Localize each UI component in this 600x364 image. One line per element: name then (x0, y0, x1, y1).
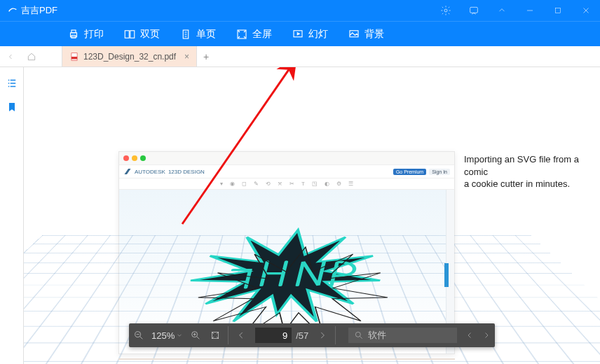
embedded-header: AUTODESK 123D DESIGN Go Premium Sign In (119, 164, 454, 178)
search-input[interactable]: 软件 (348, 328, 457, 343)
svg-rect-6 (125, 30, 129, 38)
mac-traffic-lights (119, 152, 454, 164)
fit-page-button[interactable] (205, 330, 225, 341)
chevron-down-icon (176, 332, 183, 339)
zoom-in-button[interactable] (186, 330, 205, 341)
tab-title: 123D_Design_32_cn.pdf (83, 52, 176, 62)
caption-line-2: a cookie cutter in minutes. (464, 178, 600, 190)
feedback-button[interactable] (460, 0, 488, 21)
collapse-button[interactable] (488, 0, 516, 21)
svg-rect-1 (470, 7, 478, 13)
background-icon (348, 28, 360, 41)
single-page-label: 单页 (196, 28, 216, 41)
pdf-file-icon (69, 52, 79, 62)
window-controls (432, 0, 600, 21)
svg-rect-13 (71, 57, 77, 59)
print-icon (67, 28, 80, 41)
back-button[interactable] (0, 46, 21, 66)
tab-close-button[interactable]: × (184, 52, 189, 62)
tab-bar: 123D_Design_32_cn.pdf × + (0, 46, 600, 67)
minimize-button[interactable] (516, 0, 544, 21)
autodesk-logo-icon (123, 167, 132, 176)
mac-minimize-icon (132, 155, 137, 161)
search-icon (354, 330, 364, 340)
slideshow-button[interactable]: 幻灯 (292, 28, 328, 41)
zoom-out-button[interactable] (129, 330, 149, 341)
svg-marker-14 (180, 230, 393, 322)
new-tab-button[interactable]: + (197, 46, 215, 66)
slideshow-icon (292, 28, 304, 41)
mac-zoom-icon (140, 155, 146, 161)
fullscreen-button[interactable]: 全屏 (236, 28, 272, 41)
svg-rect-4 (71, 30, 76, 33)
double-page-label: 双页 (140, 28, 160, 41)
svg-point-0 (444, 9, 447, 12)
page-current: 9 (282, 330, 287, 341)
app-logo: 吉吉PDF (7, 4, 57, 17)
svg-rect-2 (556, 8, 561, 13)
outline-panel-button[interactable] (4, 76, 20, 91)
page-divider (118, 358, 455, 360)
fullscreen-icon (236, 28, 248, 41)
prev-page-button[interactable] (231, 330, 251, 340)
viewer-footbar: 125% 9 /57 软件 (129, 323, 495, 347)
close-button[interactable] (572, 0, 600, 21)
go-premium-badge: Go Premium (393, 169, 426, 175)
background-label: 背景 (364, 28, 384, 41)
svg-point-20 (356, 332, 361, 337)
background-button[interactable]: 背景 (348, 28, 384, 41)
titlebar: 吉吉PDF (0, 0, 600, 21)
active-tab[interactable]: 123D_Design_32_cn.pdf × (62, 46, 197, 66)
single-page-button[interactable]: 单页 (179, 28, 216, 41)
embedded-toolbar: ▾◉◻✎⟲⤧✂T◳◐⚙☰ (119, 178, 454, 190)
next-page-button[interactable] (313, 330, 332, 340)
search-prev-button[interactable] (461, 331, 478, 340)
single-page-icon (179, 28, 192, 41)
embedded-sidebar-handle (444, 263, 449, 287)
maximize-button[interactable] (544, 0, 572, 21)
figure-caption: Importing an SVG file from a comic a coo… (464, 153, 600, 190)
page-number-input[interactable]: 9 (255, 328, 292, 343)
document-viewport[interactable]: AUTODESK 123D DESIGN Go Premium Sign In … (24, 67, 600, 364)
sidebar (0, 67, 24, 364)
double-page-icon (123, 28, 136, 41)
svg-rect-7 (130, 30, 135, 38)
app-name: 吉吉PDF (21, 4, 57, 17)
print-button[interactable]: 打印 (67, 28, 104, 41)
main-toolbar: 打印 双页 单页 全屏 幻灯 背景 (0, 21, 600, 46)
caption-line-1: Importing an SVG file from a comic (464, 153, 600, 178)
bookmark-panel-button[interactable] (4, 99, 20, 115)
settings-button[interactable] (432, 0, 460, 21)
mac-close-icon (123, 155, 129, 161)
sign-in-badge: Sign In (429, 169, 450, 175)
double-page-button[interactable]: 双页 (123, 28, 160, 41)
print-label: 打印 (84, 28, 104, 41)
zoom-value: 125% (151, 330, 175, 341)
page-total: /57 (292, 330, 313, 341)
home-button[interactable] (21, 46, 42, 66)
search-next-button[interactable] (478, 331, 495, 340)
embedded-product: 123D DESIGN (168, 169, 205, 175)
fullscreen-label: 全屏 (252, 28, 272, 41)
embedded-brand: AUTODESK (135, 169, 165, 175)
search-placeholder: 软件 (368, 329, 386, 342)
slideshow-label: 幻灯 (308, 28, 328, 41)
zoom-level[interactable]: 125% (149, 330, 186, 341)
